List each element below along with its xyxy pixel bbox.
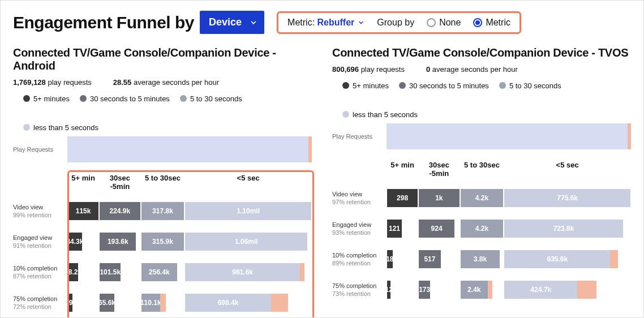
funnel-cell: 1.06mil xyxy=(184,228,312,255)
legend-swatch xyxy=(23,124,30,131)
funnel-bar: 173 xyxy=(419,281,430,299)
funnel-row-label: 10% completion87% retention xyxy=(13,264,67,281)
funnel-bar: 115k xyxy=(68,202,98,220)
funnel-bar: 65.6k xyxy=(100,294,114,312)
column-header: 5 to 30sec xyxy=(141,174,185,186)
page-title: Engagement Funnel by xyxy=(13,13,194,32)
avg-seconds-value: 28.55 xyxy=(113,78,132,87)
funnel-cell: 723.8k xyxy=(504,215,631,242)
funnel-row: Engaged view93% retention1219244.2k723.8… xyxy=(332,215,631,242)
funnel-cell: 315.9k xyxy=(141,228,185,255)
funnel-bar: 28.2k xyxy=(68,263,78,281)
funnel-bar: 298 xyxy=(387,189,418,207)
funnel-bar: 224.9k xyxy=(100,202,140,220)
funnel-chart: 5+ min30sec -5min5 to 30sec<5 secVideo v… xyxy=(13,174,312,316)
play-requests-suffix: play requests xyxy=(361,65,405,74)
avg-seconds-suffix: average seconds per hour xyxy=(432,65,518,74)
funnel-bar: 4.2k xyxy=(461,189,504,207)
funnel-cell: 981.6k xyxy=(184,259,312,286)
legend-item: 5 to 30 seconds xyxy=(180,94,242,103)
funnel-cell: 698.4k xyxy=(184,289,312,316)
funnel-cell: 121 xyxy=(387,215,418,242)
groupby-radio-metric[interactable]: Metric xyxy=(473,18,510,28)
funnel-row: 10% completion87% retention28.2k101.5k25… xyxy=(13,259,312,286)
device-dropdown[interactable]: Device xyxy=(200,11,264,34)
groupby-radio-none[interactable]: None xyxy=(427,18,461,28)
panels-container: Connected TV/Game Console/Companion Devi… xyxy=(13,46,631,316)
legend-item: less than 5 seconds xyxy=(23,123,98,132)
legend-label: 5+ minutes xyxy=(33,94,70,103)
funnel-row-label: Video view99% retention xyxy=(13,203,67,220)
funnel-row: 10% completion89% retention185173.8k635.… xyxy=(332,246,631,273)
funnel-bar: 121 xyxy=(387,220,402,238)
legend-item: 30 seconds to 5 minutes xyxy=(399,81,489,90)
panel-subheader: 1,769,128 play requests 28.55 average se… xyxy=(13,78,312,87)
column-header: <5 sec xyxy=(184,174,312,186)
funnel-bar: 698.4k xyxy=(185,294,271,312)
legend-swatch xyxy=(342,82,349,89)
column-header: 5+ min xyxy=(387,161,418,173)
funnel-row: Engaged view91% retention44.3k193.6k315.… xyxy=(13,228,312,255)
funnel-cell: 256.4k xyxy=(141,259,185,286)
play-requests-label: Play Requests xyxy=(332,133,387,140)
funnel-bar: 2.4k xyxy=(461,281,488,299)
legend-swatch xyxy=(499,82,506,89)
legend-label: 5 to 30 seconds xyxy=(190,94,242,103)
funnel-cell: 424.7k xyxy=(504,276,631,303)
funnel-bar: 424.7k xyxy=(504,281,577,299)
funnel-bar: 3.8k xyxy=(461,250,500,268)
funnel-cell: 4.2k xyxy=(460,184,504,212)
controls-highlight-box: Metric: Rebuffer Group by None Metric xyxy=(277,11,521,34)
legend-swatch xyxy=(399,82,406,89)
funnel-row-label: Engaged view93% retention xyxy=(332,221,387,237)
funnel-row: Video view99% retention115k224.9k317.8k1… xyxy=(13,197,312,225)
funnel-row-label: 75% completion73% retention xyxy=(332,282,387,298)
funnel-cell: 4.2k xyxy=(460,215,504,242)
legend-swatch xyxy=(23,95,30,102)
legend-label: less than 5 seconds xyxy=(33,123,98,132)
chevron-down-icon xyxy=(250,19,257,27)
column-header: 30sec -5min xyxy=(418,161,460,181)
funnel-cell: 6.9k xyxy=(67,289,99,316)
funnel-bar: 44.3k xyxy=(68,233,82,251)
funnel-cell: 1.10mil xyxy=(184,197,312,225)
play-requests-bar xyxy=(67,136,312,162)
legend-label: 5 to 30 seconds xyxy=(509,81,561,90)
radio-label: None xyxy=(439,18,461,28)
funnel-cell: 193.6k xyxy=(99,228,140,255)
funnel-bar: 110.1k xyxy=(141,294,160,312)
funnel-cell: 101.5k xyxy=(99,259,140,286)
funnel-bar: 775.6k xyxy=(504,189,630,207)
legend-swatch xyxy=(180,95,187,102)
legend-item: 5+ minutes xyxy=(23,94,70,103)
play-requests-row: Play Requests xyxy=(332,123,631,149)
funnel-bar: 18 xyxy=(387,250,393,268)
radio-label: Metric xyxy=(486,18,510,28)
funnel-bar: 317.8k xyxy=(141,202,184,220)
funnel-cell: 18 xyxy=(387,246,418,273)
funnel-cell: 224.9k xyxy=(99,197,140,225)
funnel-bar: 924 xyxy=(419,220,454,238)
legend-swatch xyxy=(342,111,349,118)
legend-label: less than 5 seconds xyxy=(353,110,418,119)
metric-dropdown-value: Rebuffer xyxy=(317,18,355,28)
funnel-cell: 635.6k xyxy=(504,246,631,273)
panel-title: Connected TV/Game Console/Companion Devi… xyxy=(332,46,631,59)
play-requests-value: 1,769,128 xyxy=(13,78,46,87)
header: Engagement Funnel by Device Metric: Rebu… xyxy=(13,11,631,34)
play-requests-suffix: play requests xyxy=(48,78,91,87)
funnel-bar: 101.5k xyxy=(100,263,121,281)
funnel-cell: 65.6k xyxy=(99,289,140,316)
metric-dropdown[interactable]: Rebuffer xyxy=(317,18,365,28)
funnel-row: Video view97% retention2981k4.2k775.6k xyxy=(332,184,631,212)
column-header: 5+ min xyxy=(67,174,99,186)
play-requests-bar xyxy=(387,123,631,149)
legend-label: 5+ minutes xyxy=(353,81,389,90)
funnel-cell: 924 xyxy=(418,215,460,242)
funnel-bar: 1.06mil xyxy=(185,233,307,251)
funnel-cell: 3.8k xyxy=(460,246,504,273)
play-requests-row: Play Requests xyxy=(13,136,312,162)
device-dropdown-label: Device xyxy=(209,16,242,28)
funnel-cell: 12 xyxy=(387,276,418,303)
column-header: <5 sec xyxy=(504,161,631,173)
